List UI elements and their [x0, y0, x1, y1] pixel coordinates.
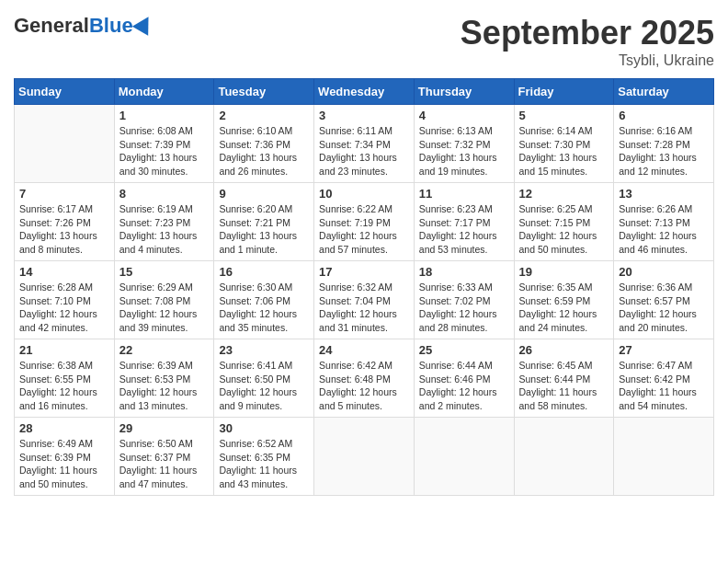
calendar-cell: 4Sunrise: 6:13 AMSunset: 7:32 PMDaylight… — [414, 105, 514, 183]
week-row-3: 14Sunrise: 6:28 AMSunset: 7:10 PMDayligh… — [15, 261, 714, 339]
day-number: 24 — [319, 343, 409, 357]
day-info: Sunrise: 6:23 AMSunset: 7:17 PMDaylight:… — [419, 202, 509, 257]
calendar-cell: 16Sunrise: 6:30 AMSunset: 7:06 PMDayligh… — [214, 261, 314, 339]
day-number: 17 — [319, 265, 409, 279]
day-info: Sunrise: 6:33 AMSunset: 7:02 PMDaylight:… — [419, 281, 509, 335]
calendar-cell: 24Sunrise: 6:42 AMSunset: 6:48 PMDayligh… — [314, 339, 415, 418]
calendar-cell: 7Sunrise: 6:17 AMSunset: 7:26 PMDaylight… — [15, 183, 115, 261]
day-number: 4 — [419, 109, 509, 122]
day-info: Sunrise: 6:47 AMSunset: 6:42 PMDaylight:… — [619, 359, 709, 413]
calendar-cell: 5Sunrise: 6:14 AMSunset: 7:30 PMDaylight… — [514, 105, 614, 183]
calendar-cell: 11Sunrise: 6:23 AMSunset: 7:17 PMDayligh… — [414, 183, 514, 261]
day-number: 3 — [319, 109, 409, 122]
day-number: 26 — [519, 343, 609, 357]
calendar-cell: 28Sunrise: 6:49 AMSunset: 6:39 PMDayligh… — [15, 418, 115, 496]
day-info: Sunrise: 6:08 AMSunset: 7:39 PMDaylight:… — [119, 124, 210, 178]
day-info: Sunrise: 6:45 AMSunset: 6:44 PMDaylight:… — [519, 359, 609, 413]
calendar-cell — [15, 105, 115, 183]
day-info: Sunrise: 6:16 AMSunset: 7:28 PMDaylight:… — [619, 124, 709, 178]
calendar-cell: 3Sunrise: 6:11 AMSunset: 7:34 PMDaylight… — [314, 105, 415, 183]
day-info: Sunrise: 6:35 AMSunset: 6:59 PMDaylight:… — [519, 281, 609, 335]
week-row-5: 28Sunrise: 6:49 AMSunset: 6:39 PMDayligh… — [15, 418, 714, 496]
day-number: 21 — [19, 343, 109, 357]
day-number: 7 — [19, 187, 109, 201]
day-number: 10 — [319, 187, 409, 201]
day-info: Sunrise: 6:25 AMSunset: 7:15 PMDaylight:… — [519, 202, 609, 257]
calendar-cell: 26Sunrise: 6:45 AMSunset: 6:44 PMDayligh… — [514, 339, 614, 418]
day-number: 6 — [619, 109, 709, 122]
calendar-cell: 17Sunrise: 6:32 AMSunset: 7:04 PMDayligh… — [314, 261, 415, 339]
day-number: 11 — [419, 187, 509, 201]
day-info: Sunrise: 6:29 AMSunset: 7:08 PMDaylight:… — [119, 281, 210, 335]
calendar-cell — [414, 418, 514, 496]
calendar-cell: 18Sunrise: 6:33 AMSunset: 7:02 PMDayligh… — [414, 261, 514, 339]
day-info: Sunrise: 6:13 AMSunset: 7:32 PMDaylight:… — [419, 124, 509, 178]
calendar-table: SundayMondayTuesdayWednesdayThursdayFrid… — [14, 78, 714, 496]
calendar-cell: 25Sunrise: 6:44 AMSunset: 6:46 PMDayligh… — [414, 339, 514, 418]
day-number: 12 — [519, 187, 609, 201]
column-header-friday: Friday — [514, 79, 614, 105]
day-info: Sunrise: 6:38 AMSunset: 6:55 PMDaylight:… — [19, 359, 109, 413]
calendar-cell: 6Sunrise: 6:16 AMSunset: 7:28 PMDaylight… — [614, 105, 714, 183]
day-info: Sunrise: 6:32 AMSunset: 7:04 PMDaylight:… — [319, 281, 409, 335]
calendar-cell: 13Sunrise: 6:26 AMSunset: 7:13 PMDayligh… — [614, 183, 714, 261]
calendar-cell: 21Sunrise: 6:38 AMSunset: 6:55 PMDayligh… — [15, 339, 115, 418]
day-number: 23 — [219, 343, 309, 357]
week-row-2: 7Sunrise: 6:17 AMSunset: 7:26 PMDaylight… — [15, 183, 714, 261]
day-info: Sunrise: 6:36 AMSunset: 6:57 PMDaylight:… — [619, 281, 709, 335]
day-number: 2 — [219, 109, 309, 122]
location-title: Tsybli, Ukraine — [461, 52, 714, 69]
calendar-cell: 19Sunrise: 6:35 AMSunset: 6:59 PMDayligh… — [514, 261, 614, 339]
day-info: Sunrise: 6:17 AMSunset: 7:26 PMDaylight:… — [19, 202, 109, 257]
day-number: 13 — [619, 187, 709, 201]
page-header: General Blue September 2025 Tsybli, Ukra… — [14, 14, 714, 69]
day-info: Sunrise: 6:19 AMSunset: 7:23 PMDaylight:… — [119, 202, 210, 257]
day-number: 25 — [419, 343, 509, 357]
logo-blue: Blue — [89, 14, 133, 38]
day-number: 28 — [19, 421, 109, 435]
logo-text: General Blue — [14, 14, 154, 38]
day-info: Sunrise: 6:28 AMSunset: 7:10 PMDaylight:… — [19, 281, 109, 335]
day-number: 9 — [219, 187, 309, 201]
calendar-cell: 15Sunrise: 6:29 AMSunset: 7:08 PMDayligh… — [114, 261, 214, 339]
day-number: 29 — [119, 421, 210, 435]
calendar-cell: 10Sunrise: 6:22 AMSunset: 7:19 PMDayligh… — [314, 183, 415, 261]
day-number: 5 — [519, 109, 609, 122]
week-row-4: 21Sunrise: 6:38 AMSunset: 6:55 PMDayligh… — [15, 339, 714, 418]
day-number: 27 — [619, 343, 709, 357]
month-title: September 2025 — [461, 14, 714, 52]
week-row-1: 1Sunrise: 6:08 AMSunset: 7:39 PMDaylight… — [15, 105, 714, 183]
calendar-cell: 2Sunrise: 6:10 AMSunset: 7:36 PMDaylight… — [214, 105, 314, 183]
day-info: Sunrise: 6:22 AMSunset: 7:19 PMDaylight:… — [319, 202, 409, 257]
day-info: Sunrise: 6:30 AMSunset: 7:06 PMDaylight:… — [219, 281, 309, 335]
logo-general: General — [14, 14, 89, 38]
column-header-wednesday: Wednesday — [314, 79, 415, 105]
day-number: 14 — [19, 265, 109, 279]
day-number: 22 — [119, 343, 210, 357]
day-info: Sunrise: 6:14 AMSunset: 7:30 PMDaylight:… — [519, 124, 609, 178]
day-number: 1 — [119, 109, 210, 122]
day-number: 18 — [419, 265, 509, 279]
day-number: 15 — [119, 265, 210, 279]
calendar-cell: 23Sunrise: 6:41 AMSunset: 6:50 PMDayligh… — [214, 339, 314, 418]
logo-icon — [131, 12, 155, 36]
day-info: Sunrise: 6:11 AMSunset: 7:34 PMDaylight:… — [319, 124, 409, 178]
calendar-cell — [314, 418, 415, 496]
calendar-cell: 20Sunrise: 6:36 AMSunset: 6:57 PMDayligh… — [614, 261, 714, 339]
calendar-cell: 1Sunrise: 6:08 AMSunset: 7:39 PMDaylight… — [114, 105, 214, 183]
calendar-cell — [514, 418, 614, 496]
day-number: 16 — [219, 265, 309, 279]
calendar-cell: 22Sunrise: 6:39 AMSunset: 6:53 PMDayligh… — [114, 339, 214, 418]
day-info: Sunrise: 6:44 AMSunset: 6:46 PMDaylight:… — [419, 359, 509, 413]
day-info: Sunrise: 6:49 AMSunset: 6:39 PMDaylight:… — [19, 437, 109, 491]
column-header-tuesday: Tuesday — [214, 79, 314, 105]
day-info: Sunrise: 6:10 AMSunset: 7:36 PMDaylight:… — [219, 124, 309, 178]
day-number: 8 — [119, 187, 210, 201]
calendar-cell: 29Sunrise: 6:50 AMSunset: 6:37 PMDayligh… — [114, 418, 214, 496]
day-info: Sunrise: 6:39 AMSunset: 6:53 PMDaylight:… — [119, 359, 210, 413]
title-block: September 2025 Tsybli, Ukraine — [461, 14, 714, 69]
column-header-monday: Monday — [114, 79, 214, 105]
calendar-cell — [614, 418, 714, 496]
calendar-cell: 9Sunrise: 6:20 AMSunset: 7:21 PMDaylight… — [214, 183, 314, 261]
day-info: Sunrise: 6:41 AMSunset: 6:50 PMDaylight:… — [219, 359, 309, 413]
